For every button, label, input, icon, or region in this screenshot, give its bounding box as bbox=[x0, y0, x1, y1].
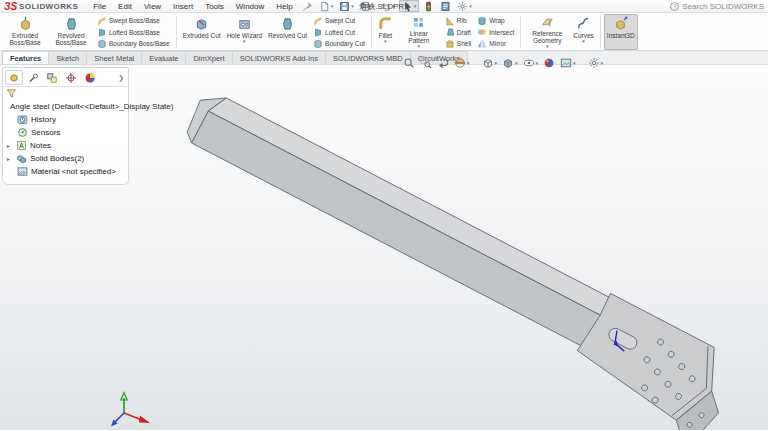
boundary-boss-base-button[interactable]: Boundary Boss/Base bbox=[96, 38, 171, 49]
file-properties-button[interactable] bbox=[438, 0, 453, 12]
menu-help[interactable]: Help bbox=[271, 2, 297, 11]
menu-edit[interactable]: Edit bbox=[113, 2, 137, 11]
select-tool-button[interactable]: ▾ bbox=[399, 0, 420, 12]
boundary-cut-button[interactable]: Boundary Cut bbox=[312, 38, 366, 49]
options-button[interactable]: ▾ bbox=[455, 0, 474, 12]
lofted-boss-icon bbox=[97, 27, 107, 37]
lofted-cut-button[interactable]: Lofted Cut bbox=[312, 27, 366, 38]
lofted-boss-base-button[interactable]: Lofted Boss/Base bbox=[96, 27, 171, 38]
view-orientation-button[interactable]: ▾ bbox=[481, 56, 499, 70]
revolved-cut-button[interactable]: Revolved Cut bbox=[265, 14, 310, 50]
menu-window[interactable]: Window bbox=[231, 2, 269, 11]
expand-arrow-icon[interactable]: ▸ bbox=[7, 155, 13, 162]
tab-evaluate[interactable]: Evaluate bbox=[141, 51, 186, 64]
tree-item-notes[interactable]: ▸ Notes bbox=[3, 139, 128, 152]
button-label: Instant3D bbox=[607, 32, 635, 39]
new-document-button[interactable]: ▾ bbox=[317, 0, 336, 12]
pin-menu-button[interactable] bbox=[300, 0, 315, 12]
rib-draft-shell-stack: Rib Draft Shell bbox=[442, 14, 474, 50]
sensors-icon bbox=[17, 127, 28, 138]
solidworks-logo: ЗS SOLIDWORKS bbox=[4, 1, 78, 12]
intersect-button[interactable]: Intersect bbox=[476, 27, 515, 38]
reference-geometry-button[interactable]: Reference Geometry ▾ bbox=[524, 14, 570, 50]
extruded-boss-base-button[interactable]: Extruded Boss/Base bbox=[2, 14, 48, 50]
configurationmanager-tab[interactable] bbox=[43, 70, 61, 85]
propertymanager-icon bbox=[27, 72, 39, 84]
propertymanager-tab[interactable] bbox=[24, 70, 42, 85]
fillet-button[interactable]: Fillet ▾ bbox=[375, 14, 396, 50]
undo-button[interactable]: ▾ bbox=[378, 0, 397, 12]
save-button[interactable]: ▾ bbox=[337, 0, 356, 12]
chevron-down-icon: ▾ bbox=[469, 4, 472, 9]
tree-item-history[interactable]: History bbox=[3, 113, 128, 126]
orientation-triad[interactable] bbox=[108, 391, 154, 431]
displaymanager-tab[interactable] bbox=[81, 70, 99, 85]
search-input[interactable]: Search SOLIDWORKS bbox=[682, 2, 764, 11]
help-icon[interactable]: ? bbox=[670, 2, 679, 11]
menu-file[interactable]: File bbox=[88, 2, 111, 11]
tree-item-sensors[interactable]: Sensors bbox=[3, 126, 128, 139]
rebuild-button[interactable] bbox=[421, 0, 436, 12]
tree-item-material[interactable]: Material <not specified> bbox=[3, 165, 128, 178]
linear-pattern-button[interactable]: Linear Pattern ▾ bbox=[396, 14, 442, 50]
chevron-down-icon: ▾ bbox=[467, 61, 470, 66]
chevron-down-icon: ▾ bbox=[546, 44, 549, 49]
zoom-to-area-button[interactable] bbox=[419, 56, 433, 70]
tab-solidworks-mbd[interactable]: SOLIDWORKS MBD bbox=[325, 51, 411, 64]
graphics-viewport[interactable]: ▾ ▾ ▾ ▾ ▾ ▾ ❯ Angle steel (Default<<Defa… bbox=[0, 65, 768, 430]
tree-root-part[interactable]: Angle steel (Default<<Default>_Display S… bbox=[3, 100, 128, 113]
draft-icon bbox=[445, 27, 455, 37]
button-label: Swept Boss/Base bbox=[109, 17, 160, 24]
menu-view[interactable]: View bbox=[139, 2, 166, 11]
print-button[interactable]: ▾ bbox=[358, 0, 377, 12]
tab-sheet-metal[interactable]: Sheet Metal bbox=[86, 51, 142, 64]
previous-view-button[interactable] bbox=[436, 56, 450, 70]
tab-features[interactable]: Features bbox=[2, 51, 49, 64]
dimxpertmanager-tab[interactable] bbox=[62, 70, 80, 85]
apply-scene-button[interactable]: ▾ bbox=[559, 56, 577, 70]
display-style-button[interactable]: ▾ bbox=[501, 56, 519, 70]
button-label: Boundary Boss/Base bbox=[109, 40, 170, 47]
tree-item-solid-bodies[interactable]: ▸ Solid Bodies(2) bbox=[3, 152, 128, 165]
featuremanager-tree-tab[interactable] bbox=[5, 70, 23, 85]
expand-arrow-icon[interactable]: ▸ bbox=[7, 142, 13, 149]
wrap-button[interactable]: Wrap bbox=[476, 15, 515, 26]
hide-show-items-button[interactable]: ▾ bbox=[522, 56, 540, 70]
hole-wizard-button[interactable]: Hole Wizard ▾ bbox=[224, 14, 265, 50]
panel-expand-chevron[interactable]: ❯ bbox=[116, 74, 126, 82]
display-style-icon bbox=[502, 57, 514, 69]
shell-icon bbox=[445, 39, 455, 49]
command-manager-tab-bar: Features Sketch Sheet Metal Evaluate Dim… bbox=[0, 51, 768, 65]
section-view-button[interactable]: ▾ bbox=[453, 56, 471, 70]
solidworks-logo-text: SOLIDWORKS bbox=[19, 2, 78, 11]
swept-cut-button[interactable]: Swept Cut bbox=[312, 15, 366, 26]
shell-button[interactable]: Shell bbox=[444, 38, 472, 49]
filter-funnel-icon[interactable] bbox=[6, 88, 17, 99]
zoom-to-fit-icon bbox=[403, 57, 415, 69]
view-settings-button[interactable]: ▾ bbox=[587, 56, 605, 70]
rib-button[interactable]: Rib bbox=[444, 15, 472, 26]
menu-tools[interactable]: Tools bbox=[200, 2, 229, 11]
revolved-boss-base-button[interactable]: Revolved Boss/Base bbox=[48, 14, 94, 50]
extruded-cut-button[interactable]: Extruded Cut bbox=[180, 14, 224, 50]
draft-button[interactable]: Draft bbox=[444, 27, 472, 38]
swept-boss-base-button[interactable]: Swept Boss/Base bbox=[96, 15, 171, 26]
button-label: Lofted Boss/Base bbox=[109, 29, 160, 36]
edit-appearance-button[interactable] bbox=[542, 56, 556, 70]
linear-pattern-icon bbox=[411, 16, 426, 29]
chevron-down-icon: ▾ bbox=[392, 4, 395, 9]
curves-button[interactable]: Curves ▾ bbox=[570, 14, 597, 50]
rib-icon bbox=[445, 16, 455, 26]
menu-insert[interactable]: Insert bbox=[168, 2, 198, 11]
tab-dimxpert[interactable]: DimXpert bbox=[185, 51, 232, 64]
tab-sketch[interactable]: Sketch bbox=[48, 51, 87, 64]
zoom-to-fit-button[interactable] bbox=[402, 56, 416, 70]
instant3d-button[interactable]: Instant3D bbox=[604, 14, 638, 50]
tab-solidworks-add-ins[interactable]: SOLIDWORKS Add-Ins bbox=[232, 51, 326, 64]
view-orientation-icon bbox=[482, 57, 494, 69]
view-settings-icon bbox=[588, 57, 600, 69]
search-box[interactable]: ? Search SOLIDWORKS bbox=[670, 2, 764, 11]
button-label: Boundary Cut bbox=[325, 40, 365, 47]
button-label: Revolved Cut bbox=[268, 32, 307, 39]
mirror-button[interactable]: Mirror bbox=[476, 38, 515, 49]
